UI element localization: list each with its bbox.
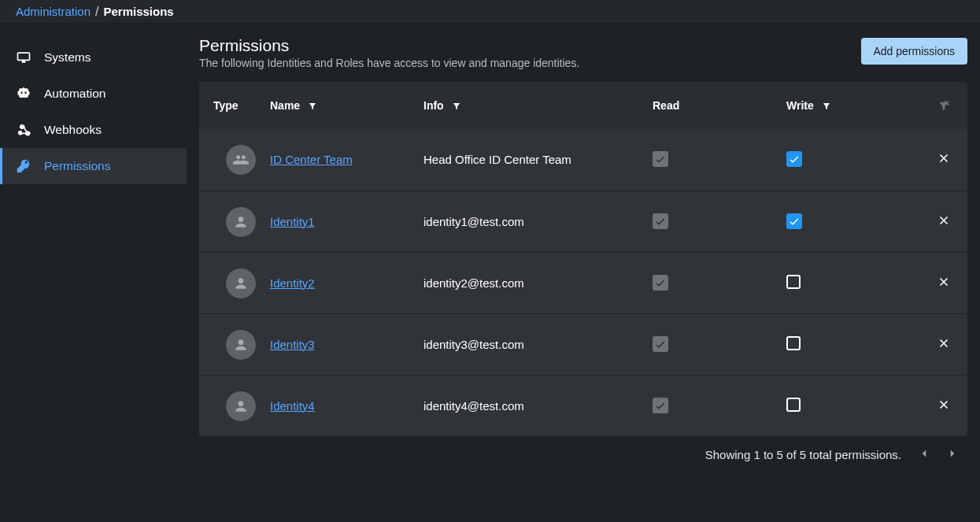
sidebar: Systems Automation Webhooks Permissions xyxy=(0,24,187,522)
user-icon xyxy=(226,330,256,360)
table-row: Identity3identity3@test.com xyxy=(199,313,967,375)
write-checkbox[interactable] xyxy=(786,398,801,412)
delete-row-button[interactable] xyxy=(937,400,950,413)
row-info: Head Office ID Center Team xyxy=(423,153,571,166)
read-checkbox xyxy=(653,336,668,352)
delete-row-button[interactable] xyxy=(937,277,950,291)
permissions-table: Type Name Info Read Write ID Cent xyxy=(199,82,967,436)
sidebar-item-label: Webhooks xyxy=(44,123,102,137)
sidebar-item-label: Permissions xyxy=(44,159,110,173)
read-checkbox xyxy=(653,213,668,229)
col-header-read: Read xyxy=(653,99,786,112)
read-checkbox xyxy=(653,151,668,167)
read-checkbox xyxy=(653,398,668,413)
col-header-info-label: Info xyxy=(423,99,444,112)
table-row: Identity2identity2@test.com xyxy=(199,252,967,313)
add-permissions-button[interactable]: Add permissions xyxy=(861,38,968,65)
prev-page-button[interactable] xyxy=(917,446,931,463)
table-footer: Showing 1 to 5 of 5 total permissions. xyxy=(199,436,967,472)
read-checkbox xyxy=(653,275,668,291)
row-name-link[interactable]: Identity2 xyxy=(270,276,315,290)
col-header-write-label: Write xyxy=(786,99,814,112)
user-icon xyxy=(226,268,256,298)
col-header-info[interactable]: Info xyxy=(423,99,653,112)
row-name-link[interactable]: Identity4 xyxy=(270,399,315,413)
write-checkbox[interactable] xyxy=(786,213,802,229)
robot-icon xyxy=(16,86,36,102)
clear-filters-button[interactable] xyxy=(920,98,967,112)
sidebar-item-systems[interactable]: Systems xyxy=(0,39,187,76)
next-page-button[interactable] xyxy=(945,446,960,463)
filter-icon[interactable] xyxy=(308,99,317,112)
row-name-link[interactable]: ID Center Team xyxy=(270,153,353,166)
row-info: identity2@test.com xyxy=(423,276,524,290)
breadcrumb-separator: / xyxy=(95,5,98,19)
table-row: Identity4identity4@test.com xyxy=(199,375,967,436)
table-header-row: Type Name Info Read Write xyxy=(199,82,967,129)
write-checkbox[interactable] xyxy=(786,151,802,167)
table-row: Identity1identity1@test.com xyxy=(199,191,967,252)
sidebar-item-label: Automation xyxy=(44,87,105,101)
group-icon xyxy=(226,145,256,175)
key-icon xyxy=(16,158,36,174)
col-header-write[interactable]: Write xyxy=(786,99,920,112)
pagination-summary: Showing 1 to 5 of 5 total permissions. xyxy=(705,448,901,461)
page-title: Permissions xyxy=(199,36,579,55)
filter-icon[interactable] xyxy=(452,99,461,112)
table-row: ID Center TeamHead Office ID Center Team xyxy=(199,129,967,191)
write-checkbox[interactable] xyxy=(786,275,801,289)
sidebar-item-label: Systems xyxy=(44,50,91,65)
col-header-type: Type xyxy=(199,99,270,112)
row-info: identity3@test.com xyxy=(423,338,524,351)
breadcrumb: Administration / Permissions xyxy=(0,0,980,24)
row-info: identity4@test.com xyxy=(423,399,524,413)
sidebar-item-webhooks[interactable]: Webhooks xyxy=(0,112,187,148)
computer-icon xyxy=(16,50,36,65)
row-name-link[interactable]: Identity1 xyxy=(270,215,315,228)
col-header-name-label: Name xyxy=(270,99,300,112)
main-content: Permissions The following Identities and… xyxy=(187,24,980,522)
write-checkbox[interactable] xyxy=(786,336,801,350)
breadcrumb-parent[interactable]: Administration xyxy=(16,5,91,18)
sidebar-item-permissions[interactable]: Permissions xyxy=(0,148,187,184)
webhook-icon xyxy=(16,122,36,138)
delete-row-button[interactable] xyxy=(937,339,950,352)
filter-icon[interactable] xyxy=(822,99,831,112)
user-icon xyxy=(226,391,256,421)
row-name-link[interactable]: Identity3 xyxy=(270,338,315,351)
page-subtitle: The following Identities and Roles have … xyxy=(199,57,579,69)
col-header-name[interactable]: Name xyxy=(270,99,423,112)
row-info: identity1@test.com xyxy=(423,215,524,228)
breadcrumb-current: Permissions xyxy=(104,5,174,18)
sidebar-item-automation[interactable]: Automation xyxy=(0,76,187,112)
delete-row-button[interactable] xyxy=(937,216,950,229)
delete-row-button[interactable] xyxy=(937,154,950,167)
user-icon xyxy=(226,207,256,237)
